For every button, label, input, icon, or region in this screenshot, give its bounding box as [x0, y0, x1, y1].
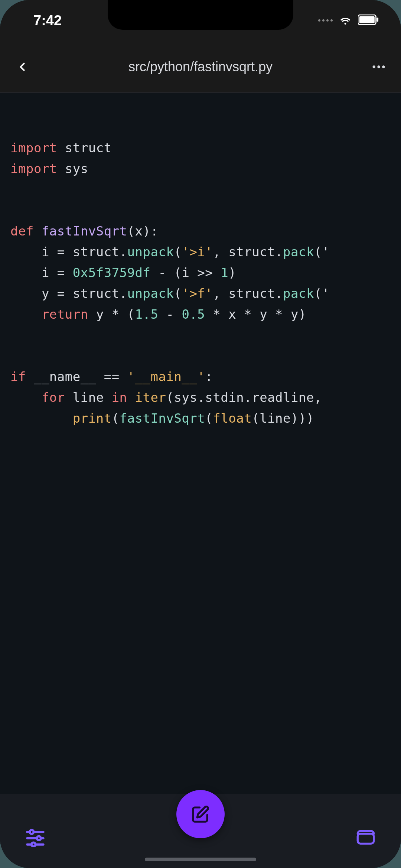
svg-point-9 — [37, 836, 41, 841]
code-token: readline — [252, 390, 314, 405]
code-token: ) — [299, 307, 306, 322]
status-right — [318, 12, 379, 29]
svg-point-11 — [32, 842, 36, 846]
code-line — [10, 325, 391, 345]
files-button[interactable] — [353, 823, 379, 849]
code-token: unpack — [127, 244, 174, 259]
back-button[interactable] — [11, 56, 33, 78]
svg-point-7 — [30, 830, 34, 834]
code-token: fastInvSqrt — [120, 411, 205, 426]
code-token: ( — [166, 390, 174, 405]
code-token: . — [120, 244, 127, 259]
code-token: line — [260, 411, 291, 426]
code-line: def fastInvSqrt(x): — [10, 221, 391, 241]
code-token: . — [244, 390, 252, 405]
code-token: def — [10, 224, 42, 238]
code-line: import struct — [10, 137, 391, 158]
code-token: ( — [205, 411, 213, 426]
nav-bar: src/python/fastinvsqrt.py — [0, 41, 401, 93]
code-token: y — [10, 286, 57, 301]
code-editor[interactable]: import structimport sys def fastInvSqrt(… — [0, 93, 401, 794]
code-token: struct — [228, 244, 275, 259]
code-token: x — [228, 307, 244, 322]
code-line: y = struct.unpack('>f', struct.pack(' — [10, 283, 391, 304]
code-token — [10, 411, 73, 426]
code-token: ( — [112, 411, 120, 426]
code-token: y — [260, 307, 275, 322]
code-line: import sys — [10, 158, 391, 179]
code-token: , — [213, 286, 228, 301]
code-token — [10, 307, 42, 322]
code-token: . — [275, 286, 283, 301]
code-token: ( — [174, 286, 182, 301]
code-line: for line in iter(sys.stdin.readline, — [10, 387, 391, 408]
code-token: stdin — [205, 390, 244, 405]
svg-rect-2 — [376, 17, 378, 22]
bottom-toolbar — [0, 794, 401, 868]
svg-rect-12 — [358, 834, 374, 844]
code-token: return — [42, 307, 88, 322]
code-line: if __name__ == '__main__': — [10, 366, 391, 387]
code-token: == — [104, 369, 127, 384]
settings-sliders-button[interactable] — [22, 823, 48, 849]
code-token: line — [65, 390, 112, 405]
code-token: fastInvSqrt — [42, 224, 127, 238]
code-token: unpack — [127, 286, 174, 301]
edit-fab-button[interactable] — [176, 790, 225, 838]
code-token: ( — [127, 224, 135, 238]
code-token — [10, 390, 42, 405]
code-token: struct — [73, 286, 120, 301]
svg-point-5 — [382, 65, 385, 68]
code-token: , — [213, 244, 228, 259]
code-token: sys — [57, 161, 88, 176]
file-path-title: src/python/fastinvsqrt.py — [128, 59, 273, 75]
code-token: : — [205, 369, 213, 384]
code-token: '__main__' — [127, 369, 205, 384]
code-token: . — [120, 286, 127, 301]
code-token: sys — [174, 390, 197, 405]
code-token: y — [291, 307, 299, 322]
phone-frame: 7:42 src/python/fastinvsqrt.py import st… — [0, 0, 401, 868]
code-token: i — [10, 265, 57, 280]
notch — [108, 0, 293, 30]
code-line — [10, 345, 391, 366]
code-token: ): — [143, 224, 159, 238]
code-token: >> — [197, 265, 221, 280]
code-token: pack — [283, 286, 314, 301]
svg-rect-1 — [359, 16, 375, 23]
code-token: in — [112, 390, 127, 405]
code-token: = — [57, 286, 73, 301]
battery-icon — [358, 14, 379, 26]
code-token: 1 — [221, 265, 228, 280]
code-line — [10, 200, 391, 221]
code-token: 0.5 — [182, 307, 205, 322]
code-token: struct — [57, 140, 112, 155]
code-token: __name__ — [26, 369, 104, 384]
code-token: * — [205, 307, 228, 322]
code-token: ) — [228, 265, 236, 280]
code-token: for — [42, 390, 65, 405]
code-token: iter — [135, 390, 166, 405]
code-token: pack — [283, 244, 314, 259]
code-token: x — [135, 224, 143, 238]
code-token: y — [88, 307, 112, 322]
code-line: i = struct.unpack('>i', struct.pack(' — [10, 241, 391, 262]
code-token: = — [57, 244, 73, 259]
code-token: . — [275, 244, 283, 259]
code-token — [127, 390, 135, 405]
home-indicator[interactable] — [145, 858, 256, 861]
code-token: - — [158, 307, 182, 322]
code-token: struct — [228, 286, 275, 301]
code-token: '>i' — [182, 244, 213, 259]
code-token: 0x5f3759df — [73, 265, 151, 280]
code-line: return y * (1.5 - 0.5 * x * y * y) — [10, 304, 391, 325]
code-token: (' — [314, 286, 330, 301]
code-token: i — [182, 265, 197, 280]
code-token: 1.5 — [135, 307, 159, 322]
code-token: ( — [174, 244, 182, 259]
code-line: print(fastInvSqrt(float(line))) — [10, 408, 391, 429]
more-button[interactable] — [368, 56, 390, 78]
code-token: * ( — [112, 307, 135, 322]
code-token: , — [314, 390, 322, 405]
code-token: . — [197, 390, 205, 405]
